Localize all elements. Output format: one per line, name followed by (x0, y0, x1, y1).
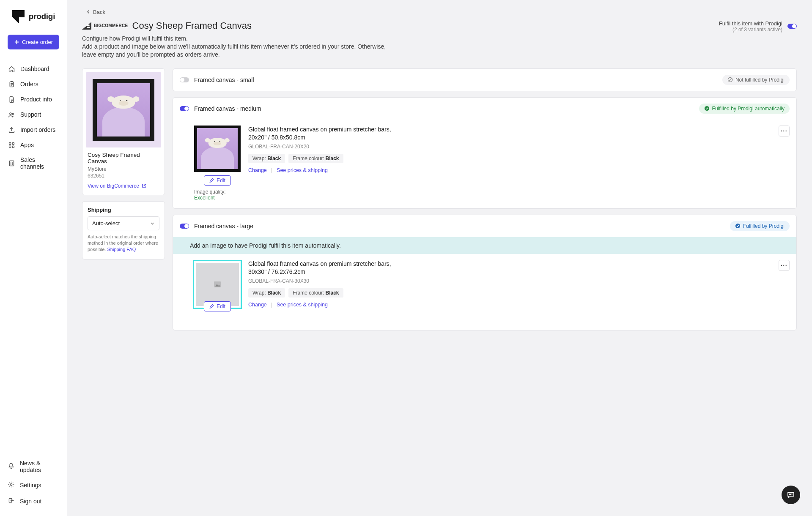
fulfil-label: Fulfil this item with Prodigi (719, 20, 782, 27)
variant-medium-product-title: Global float framed canvas on premium st… (248, 126, 409, 142)
page-subtitle: Configure how Prodigi will fulfil this i… (82, 35, 797, 42)
sidebar-item-product-info[interactable]: Product info (0, 92, 67, 107)
nav-bottom: News & updates Settings Sign out (0, 456, 67, 509)
product-store: MyStore (88, 166, 159, 172)
frame-chip: Frame colour: Black (288, 154, 343, 163)
signout-icon (8, 497, 15, 505)
edit-icon (209, 304, 214, 309)
grid-icon (8, 141, 15, 149)
sidebar-item-dashboard[interactable]: Dashboard (0, 61, 67, 76)
sidebar-item-apps[interactable]: Apps (0, 137, 67, 153)
variant-medium-sku: GLOBAL-FRA-CAN-20X20 (248, 144, 771, 150)
product-id: 632651 (88, 173, 159, 179)
bigcommerce-logo: BIGCOMMERCE (82, 22, 128, 30)
status-fulfilled-prodigi: Fulfilled by Prodigi (730, 221, 790, 231)
chevron-down-icon (150, 221, 155, 226)
variant-large-content: Edit Global float framed canvas on premi… (173, 254, 796, 330)
image-placeholder-icon (214, 281, 221, 287)
variant-small-title: Framed canvas - small (194, 76, 254, 83)
wrap-chip: Wrap: Black (248, 288, 285, 298)
bell-icon (8, 462, 15, 471)
variant-small-toggle[interactable] (180, 77, 189, 82)
sidebar: prodigi Create order Dashboard Orders Pr… (0, 0, 67, 516)
view-on-bigcommerce-link[interactable]: View on BigCommerce (88, 183, 146, 189)
product-card: Cosy Sheep Framed Canvas MyStore 632651 … (82, 68, 165, 195)
shipping-select[interactable]: Auto-select (88, 216, 159, 230)
fulfil-sub: (2 of 3 variants active) (719, 27, 782, 33)
chevron-left-icon (86, 10, 91, 14)
create-order-button[interactable]: Create order (8, 35, 59, 49)
fulfil-item-toggle[interactable] (787, 24, 797, 29)
svg-point-4 (9, 112, 11, 114)
shipping-faq-link[interactable]: Shipping FAQ (107, 247, 136, 252)
variant-medium-title: Framed canvas - medium (194, 105, 261, 112)
prohibit-icon (727, 77, 733, 82)
check-circle-icon (704, 106, 710, 111)
svg-rect-13 (87, 25, 90, 26)
variant-medium-edit-button[interactable]: Edit (204, 175, 231, 186)
sidebar-item-import-orders[interactable]: Import orders (0, 122, 67, 137)
sidebar-item-support[interactable]: Support (0, 107, 67, 122)
variant-large-banner: Add an image to have Prodigi fulfil this… (173, 237, 796, 254)
clipboard-icon (8, 80, 15, 88)
image-quality: Image quality: Excellent (194, 189, 241, 201)
page-header: BIGCOMMERCE Cosy Sheep Framed Canvas Ful… (82, 20, 797, 33)
shipping-card: Shipping Auto-select Auto-select matches… (82, 201, 165, 259)
see-prices-link[interactable]: See prices & shipping (277, 302, 328, 308)
svg-marker-12 (82, 22, 91, 30)
change-link[interactable]: Change (248, 167, 267, 173)
sidebar-item-settings[interactable]: Settings (0, 477, 67, 493)
svg-rect-10 (9, 161, 14, 166)
home-icon (8, 65, 15, 73)
product-name: Cosy Sheep Framed Canvas (88, 152, 159, 164)
variant-medium-thumb (194, 126, 241, 172)
variant-large: Framed canvas - large Fulfilled by Prodi… (173, 215, 797, 330)
chat-button[interactable] (782, 486, 800, 504)
product-thumbnail (86, 72, 161, 147)
svg-rect-9 (12, 146, 14, 147)
external-link-icon (142, 183, 146, 188)
variant-medium-more-button[interactable]: ··· (779, 126, 790, 137)
back-link[interactable]: Back (86, 9, 105, 15)
variant-large-toggle[interactable] (180, 224, 189, 229)
logo-mark-icon (12, 10, 25, 23)
shipping-note: Auto-select matches the shipping method … (88, 234, 159, 253)
gear-icon (8, 481, 15, 489)
change-link[interactable]: Change (248, 302, 267, 308)
logo: prodigi (0, 10, 67, 23)
frame-chip: Frame colour: Black (288, 288, 343, 298)
svg-point-11 (10, 483, 12, 485)
variant-large-edit-button[interactable]: Edit (204, 301, 231, 311)
wrap-chip: Wrap: Black (248, 154, 285, 163)
page-description: Add a product and image below and we'll … (82, 43, 387, 59)
variant-large-sku: GLOBAL-FRA-CAN-30X30 (248, 278, 771, 284)
upload-icon (8, 126, 15, 134)
variant-large-product-title: Global float framed canvas on premium st… (248, 260, 409, 276)
users-icon (8, 111, 15, 118)
main-content: Back BIGCOMMERCE Cosy Sheep Framed Canva… (67, 0, 812, 516)
sidebar-item-orders[interactable]: Orders (0, 76, 67, 92)
status-not-fulfilled: Not fulfilled by Prodigi (722, 75, 790, 85)
page-title: Cosy Sheep Framed Canvas (132, 20, 252, 31)
nav-main: Dashboard Orders Product info Support Im… (0, 61, 67, 456)
see-prices-link[interactable]: See prices & shipping (277, 167, 328, 173)
variant-medium-toggle[interactable] (180, 106, 189, 111)
svg-rect-7 (12, 142, 14, 144)
variant-medium-content: Edit Image quality: Excellent Global flo… (173, 120, 796, 208)
svg-point-5 (12, 113, 13, 115)
svg-rect-2 (19, 17, 25, 23)
variant-large-more-button[interactable]: ··· (779, 260, 790, 271)
building-icon (8, 159, 15, 167)
sidebar-item-news[interactable]: News & updates (0, 456, 67, 477)
status-auto-fulfilled: Fulfilled by Prodigi automatically (699, 104, 790, 114)
chat-icon (787, 491, 795, 499)
variant-large-title: Framed canvas - large (194, 223, 253, 229)
variant-medium: Framed canvas - medium Fulfilled by Prod… (173, 97, 797, 209)
check-circle-icon (735, 223, 741, 229)
sidebar-item-sales-channels[interactable]: Sales channels (0, 153, 67, 174)
svg-rect-14 (87, 27, 90, 28)
svg-rect-3 (10, 82, 14, 87)
sidebar-item-signout[interactable]: Sign out (0, 493, 67, 509)
svg-rect-8 (9, 146, 11, 147)
edit-icon (209, 178, 214, 183)
